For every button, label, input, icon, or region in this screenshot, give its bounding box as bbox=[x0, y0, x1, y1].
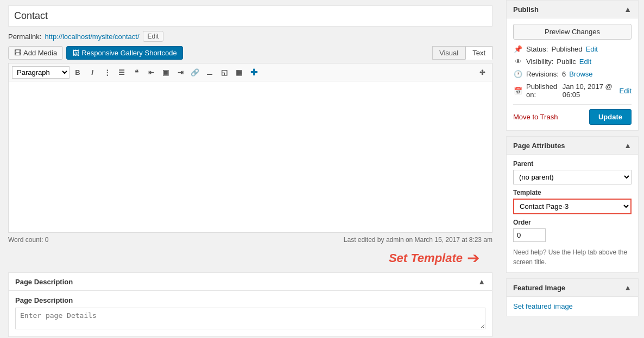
featured-image-toggle-icon: ▲ bbox=[624, 283, 632, 292]
word-count-bar: Word count: 0 Last edited by admin on Ma… bbox=[8, 236, 493, 244]
move-to-trash-link[interactable]: Move to Trash bbox=[513, 113, 558, 121]
calendar-icon: 📅 bbox=[513, 87, 523, 95]
permalink-edit-button[interactable]: Edit bbox=[143, 31, 164, 42]
page-description-toggle-icon: ▲ bbox=[478, 277, 485, 286]
table-button[interactable]: ▦ bbox=[232, 66, 245, 79]
revisions-row: 🕐 Revisions: 6 Browse bbox=[513, 70, 632, 78]
fullscreen-button[interactable]: ✤ bbox=[476, 66, 489, 79]
page-description-content: Page Description bbox=[9, 291, 492, 336]
revisions-label: Revisions: bbox=[526, 70, 559, 78]
revisions-browse-link[interactable]: Browse bbox=[569, 70, 592, 78]
update-button[interactable]: Update bbox=[589, 109, 632, 125]
visual-tab[interactable]: Visual bbox=[432, 46, 465, 60]
status-icon: 📌 bbox=[513, 45, 523, 53]
last-edited: Last edited by admin on March 15, 2017 a… bbox=[344, 236, 493, 244]
set-featured-image-link[interactable]: Set featured image bbox=[513, 302, 573, 310]
blockquote-button[interactable]: ❝ bbox=[130, 66, 143, 79]
text-tab[interactable]: Text bbox=[465, 46, 493, 60]
align-right-button[interactable]: ⇥ bbox=[174, 66, 187, 79]
featured-image-header[interactable]: Featured Image ▲ bbox=[507, 279, 638, 297]
editor-toolbar: 🎞 Add Media 🖼 Responsive Gallery Shortco… bbox=[8, 46, 493, 60]
featured-image-panel: Featured Image ▲ Set featured image bbox=[506, 278, 639, 316]
format-toolbar: Paragraph Heading 1 Heading 2 Heading 3 … bbox=[8, 63, 493, 81]
parent-label: Parent bbox=[513, 160, 632, 168]
publish-panel-title: Publish bbox=[513, 5, 539, 14]
italic-button[interactable]: I bbox=[86, 66, 99, 79]
permalink-label: Permalink: bbox=[8, 33, 41, 41]
publish-panel-header[interactable]: Publish ▲ bbox=[507, 1, 638, 18]
revisions-icon: 🕐 bbox=[513, 70, 523, 78]
page-attributes-header[interactable]: Page Attributes ▲ bbox=[507, 137, 638, 155]
page-description-title: Page Description bbox=[15, 278, 73, 286]
publish-panel-content: Preview Changes 📌 Status: Published Edit… bbox=[507, 18, 638, 130]
page-description-textarea[interactable] bbox=[15, 308, 485, 329]
paragraph-select[interactable]: Paragraph Heading 1 Heading 2 Heading 3 … bbox=[12, 66, 70, 79]
publish-panel: Publish ▲ Preview Changes 📌 Status: Publ… bbox=[506, 0, 639, 131]
align-center-button[interactable]: ▣ bbox=[159, 66, 172, 79]
page-attributes-content: Parent (no parent) Template Default Temp… bbox=[507, 155, 638, 272]
visibility-edit-link[interactable]: Edit bbox=[579, 58, 591, 66]
gallery-icon: 🖼 bbox=[72, 49, 79, 57]
page-title-input[interactable] bbox=[14, 10, 487, 22]
status-label: Status: bbox=[526, 45, 548, 53]
page-attributes-panel: Page Attributes ▲ Parent (no parent) Tem… bbox=[506, 136, 639, 273]
ordered-list-button[interactable]: ☰ bbox=[115, 66, 128, 79]
revisions-value: 6 bbox=[562, 70, 566, 78]
status-value: Published bbox=[551, 45, 582, 53]
editor-area[interactable] bbox=[8, 81, 493, 233]
page-description-header[interactable]: Page Description ▲ bbox=[9, 273, 492, 291]
more-button[interactable]: ◱ bbox=[218, 66, 231, 79]
status-row: 📌 Status: Published Edit bbox=[513, 45, 632, 53]
permalink-url[interactable]: http://localhost/mysite/contact/ bbox=[45, 33, 139, 41]
gallery-shortcode-button[interactable]: 🖼 Responsive Gallery Shortcode bbox=[66, 46, 183, 60]
set-template-text: Set Template bbox=[389, 251, 463, 265]
order-input[interactable] bbox=[513, 228, 546, 242]
unordered-list-button[interactable]: ⋮ bbox=[100, 66, 113, 79]
featured-image-content: Set featured image bbox=[507, 297, 638, 316]
page-attributes-title: Page Attributes bbox=[513, 142, 565, 150]
template-label: Template bbox=[513, 189, 632, 196]
published-label: Published on: bbox=[526, 82, 559, 99]
visibility-value: Public bbox=[557, 58, 576, 66]
visibility-row: 👁 Visibility: Public Edit bbox=[513, 58, 632, 66]
page-attributes-toggle-icon: ▲ bbox=[624, 141, 632, 150]
page-description-label: Page Description bbox=[15, 296, 485, 304]
align-left-button[interactable]: ⇤ bbox=[144, 66, 157, 79]
help-text: Need help? Use the Help tab above the sc… bbox=[513, 247, 632, 267]
word-count: Word count: 0 bbox=[8, 236, 48, 244]
set-template-callout: Set Template ➔ bbox=[8, 249, 493, 267]
permalink-row: Permalink: http://localhost/mysite/conta… bbox=[8, 31, 493, 42]
visibility-label: Visibility: bbox=[526, 58, 553, 66]
published-on-row: 📅 Published on: Jan 10, 2017 @ 06:05 Edi… bbox=[513, 82, 632, 99]
publish-toggle-icon: ▲ bbox=[624, 5, 632, 14]
template-select[interactable]: Default Template Contact Page-1 Contact … bbox=[513, 199, 632, 214]
published-value: Jan 10, 2017 @ 06:05 bbox=[563, 82, 616, 99]
link-button[interactable]: 🔗 bbox=[188, 66, 201, 79]
add-media-icon: 🎞 bbox=[14, 49, 21, 57]
parent-select[interactable]: (no parent) bbox=[513, 170, 632, 184]
arrow-right-icon: ➔ bbox=[467, 249, 479, 267]
page-title-wrap bbox=[8, 5, 493, 27]
visual-text-tabs: Visual Text bbox=[432, 46, 493, 60]
preview-changes-button[interactable]: Preview Changes bbox=[513, 24, 632, 40]
publish-footer: Move to Trash Update bbox=[513, 104, 632, 125]
visibility-icon: 👁 bbox=[513, 58, 523, 66]
add-media-button[interactable]: 🎞 Add Media bbox=[8, 46, 63, 60]
order-label: Order bbox=[513, 219, 632, 226]
bold-button[interactable]: B bbox=[71, 66, 84, 79]
plus-button[interactable]: ✚ bbox=[247, 66, 260, 79]
unlink-button[interactable]: ⚊ bbox=[203, 66, 216, 79]
published-edit-link[interactable]: Edit bbox=[620, 87, 632, 95]
status-edit-link[interactable]: Edit bbox=[586, 45, 598, 53]
featured-image-title: Featured Image bbox=[513, 284, 565, 292]
page-description-metabox: Page Description ▲ Page Description bbox=[8, 272, 493, 337]
